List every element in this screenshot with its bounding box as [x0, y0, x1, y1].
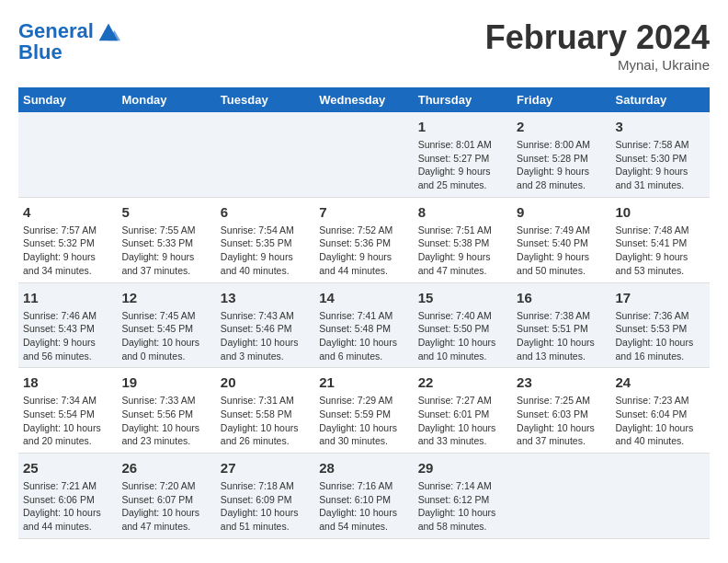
day-number: 14 — [319, 288, 408, 307]
day-number: 25 — [23, 458, 112, 477]
weekday-header-tuesday: Tuesday — [216, 87, 314, 112]
day-number: 22 — [418, 373, 507, 392]
day-number: 18 — [23, 373, 112, 392]
calendar-cell: 8Sunrise: 7:51 AM Sunset: 5:38 PM Daylig… — [414, 197, 512, 282]
calendar-cell: 21Sunrise: 7:29 AM Sunset: 5:59 PM Dayli… — [314, 368, 413, 454]
day-number: 19 — [121, 373, 210, 392]
calendar-cell: 29Sunrise: 7:14 AM Sunset: 6:12 PM Dayli… — [414, 454, 512, 539]
day-number: 24 — [616, 373, 705, 392]
day-info: Sunrise: 7:54 AM Sunset: 5:35 PM Dayligh… — [221, 224, 310, 278]
day-info: Sunrise: 7:20 AM Sunset: 6:07 PM Dayligh… — [121, 479, 210, 534]
day-info: Sunrise: 8:01 AM Sunset: 5:27 PM Dayligh… — [418, 138, 507, 192]
page-header: General Blue February 2024 Mynai, Ukrain… — [18, 18, 710, 73]
weekday-header-row: SundayMondayTuesdayWednesdayThursdayFrid… — [18, 87, 710, 112]
calendar-cell — [512, 454, 610, 539]
day-number: 23 — [517, 373, 606, 392]
weekday-header-saturday: Saturday — [611, 87, 710, 112]
day-info: Sunrise: 7:29 AM Sunset: 5:59 PM Dayligh… — [319, 394, 408, 448]
day-info: Sunrise: 7:49 AM Sunset: 5:40 PM Dayligh… — [517, 224, 606, 278]
calendar-table: SundayMondayTuesdayWednesdayThursdayFrid… — [18, 87, 710, 539]
day-info: Sunrise: 7:36 AM Sunset: 5:53 PM Dayligh… — [616, 309, 705, 363]
calendar-cell: 18Sunrise: 7:34 AM Sunset: 5:54 PM Dayli… — [18, 368, 117, 454]
day-number: 29 — [418, 458, 507, 477]
title-area: February 2024 Mynai, Ukraine — [485, 18, 710, 73]
day-info: Sunrise: 7:38 AM Sunset: 5:51 PM Dayligh… — [517, 309, 606, 363]
weekday-header-wednesday: Wednesday — [314, 87, 413, 112]
calendar-cell: 12Sunrise: 7:45 AM Sunset: 5:45 PM Dayli… — [117, 282, 215, 368]
calendar-cell: 10Sunrise: 7:48 AM Sunset: 5:41 PM Dayli… — [611, 197, 710, 282]
day-number: 7 — [319, 202, 408, 222]
calendar-cell: 5Sunrise: 7:55 AM Sunset: 5:33 PM Daylig… — [117, 197, 215, 282]
calendar-row-0: 1Sunrise: 8:01 AM Sunset: 5:27 PM Daylig… — [18, 112, 710, 197]
day-number: 6 — [221, 202, 310, 222]
calendar-row-2: 11Sunrise: 7:46 AM Sunset: 5:43 PM Dayli… — [18, 282, 710, 368]
calendar-cell — [611, 454, 710, 539]
calendar-row-4: 25Sunrise: 7:21 AM Sunset: 6:06 PM Dayli… — [18, 454, 710, 539]
logo: General Blue — [18, 18, 121, 64]
calendar-row-3: 18Sunrise: 7:34 AM Sunset: 5:54 PM Dayli… — [18, 368, 710, 454]
calendar-cell: 11Sunrise: 7:46 AM Sunset: 5:43 PM Dayli… — [18, 282, 117, 368]
day-number: 15 — [418, 288, 507, 307]
day-number: 11 — [23, 288, 112, 307]
day-info: Sunrise: 7:14 AM Sunset: 6:12 PM Dayligh… — [418, 479, 507, 534]
calendar-cell: 20Sunrise: 7:31 AM Sunset: 5:58 PM Dayli… — [216, 368, 314, 454]
calendar-cell: 19Sunrise: 7:33 AM Sunset: 5:56 PM Dayli… — [117, 368, 215, 454]
day-number: 4 — [23, 202, 112, 222]
day-number: 10 — [616, 202, 705, 222]
day-info: Sunrise: 7:23 AM Sunset: 6:04 PM Dayligh… — [616, 394, 705, 448]
day-info: Sunrise: 7:48 AM Sunset: 5:41 PM Dayligh… — [616, 224, 705, 278]
day-info: Sunrise: 7:33 AM Sunset: 5:56 PM Dayligh… — [121, 394, 210, 448]
calendar-cell: 25Sunrise: 7:21 AM Sunset: 6:06 PM Dayli… — [18, 454, 117, 539]
logo-text: General — [18, 20, 94, 42]
day-number: 26 — [121, 458, 210, 477]
month-title: February 2024 — [485, 18, 710, 57]
day-number: 17 — [616, 288, 705, 307]
day-number: 2 — [517, 117, 606, 136]
calendar-row-1: 4Sunrise: 7:57 AM Sunset: 5:32 PM Daylig… — [18, 197, 710, 282]
calendar-cell: 22Sunrise: 7:27 AM Sunset: 6:01 PM Dayli… — [414, 368, 512, 454]
calendar-cell: 2Sunrise: 8:00 AM Sunset: 5:28 PM Daylig… — [512, 112, 610, 197]
logo-icon — [96, 18, 121, 44]
weekday-header-monday: Monday — [117, 87, 215, 112]
day-info: Sunrise: 7:27 AM Sunset: 6:01 PM Dayligh… — [418, 394, 507, 448]
calendar-cell: 3Sunrise: 7:58 AM Sunset: 5:30 PM Daylig… — [611, 112, 710, 197]
calendar-cell — [216, 112, 314, 197]
day-info: Sunrise: 7:58 AM Sunset: 5:30 PM Dayligh… — [616, 138, 705, 192]
day-number: 20 — [221, 373, 310, 392]
weekday-header-thursday: Thursday — [414, 87, 512, 112]
day-info: Sunrise: 7:18 AM Sunset: 6:09 PM Dayligh… — [221, 479, 310, 534]
day-info: Sunrise: 7:46 AM Sunset: 5:43 PM Dayligh… — [23, 309, 112, 363]
calendar-cell: 28Sunrise: 7:16 AM Sunset: 6:10 PM Dayli… — [314, 454, 413, 539]
day-info: Sunrise: 7:21 AM Sunset: 6:06 PM Dayligh… — [23, 479, 112, 534]
calendar-cell: 16Sunrise: 7:38 AM Sunset: 5:51 PM Dayli… — [512, 282, 610, 368]
calendar-cell — [314, 112, 413, 197]
day-number: 5 — [121, 202, 210, 222]
day-number: 13 — [221, 288, 310, 307]
day-number: 1 — [418, 117, 507, 136]
day-info: Sunrise: 7:16 AM Sunset: 6:10 PM Dayligh… — [319, 479, 408, 534]
calendar-cell: 15Sunrise: 7:40 AM Sunset: 5:50 PM Dayli… — [414, 282, 512, 368]
day-info: Sunrise: 7:25 AM Sunset: 6:03 PM Dayligh… — [517, 394, 606, 448]
day-info: Sunrise: 7:52 AM Sunset: 5:36 PM Dayligh… — [319, 224, 408, 278]
day-info: Sunrise: 8:00 AM Sunset: 5:28 PM Dayligh… — [517, 138, 606, 192]
calendar-cell: 24Sunrise: 7:23 AM Sunset: 6:04 PM Dayli… — [611, 368, 710, 454]
location: Mynai, Ukraine — [485, 57, 710, 73]
day-number: 27 — [221, 458, 310, 477]
day-number: 16 — [517, 288, 606, 307]
day-number: 12 — [121, 288, 210, 307]
calendar-cell — [117, 112, 215, 197]
calendar-cell: 13Sunrise: 7:43 AM Sunset: 5:46 PM Dayli… — [216, 282, 314, 368]
day-info: Sunrise: 7:41 AM Sunset: 5:48 PM Dayligh… — [319, 309, 408, 363]
calendar-cell: 27Sunrise: 7:18 AM Sunset: 6:09 PM Dayli… — [216, 454, 314, 539]
calendar-cell: 23Sunrise: 7:25 AM Sunset: 6:03 PM Dayli… — [512, 368, 610, 454]
day-number: 3 — [616, 117, 705, 136]
day-number: 28 — [319, 458, 408, 477]
day-info: Sunrise: 7:31 AM Sunset: 5:58 PM Dayligh… — [221, 394, 310, 448]
calendar-cell: 7Sunrise: 7:52 AM Sunset: 5:36 PM Daylig… — [314, 197, 413, 282]
calendar-cell: 4Sunrise: 7:57 AM Sunset: 5:32 PM Daylig… — [18, 197, 117, 282]
calendar-cell: 17Sunrise: 7:36 AM Sunset: 5:53 PM Dayli… — [611, 282, 710, 368]
calendar-cell: 26Sunrise: 7:20 AM Sunset: 6:07 PM Dayli… — [117, 454, 215, 539]
day-info: Sunrise: 7:57 AM Sunset: 5:32 PM Dayligh… — [23, 224, 112, 278]
calendar-cell: 9Sunrise: 7:49 AM Sunset: 5:40 PM Daylig… — [512, 197, 610, 282]
day-info: Sunrise: 7:43 AM Sunset: 5:46 PM Dayligh… — [221, 309, 310, 363]
